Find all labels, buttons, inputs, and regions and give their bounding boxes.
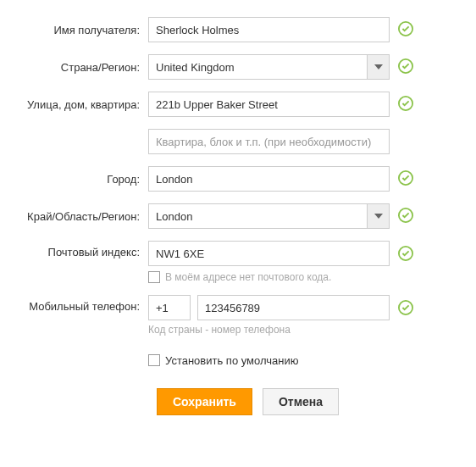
valid-icon: [398, 21, 413, 39]
button-row: Сохранить Отмена: [8, 388, 451, 415]
country-row: Страна/Регион:: [8, 54, 451, 80]
region-row: Край/Область/Регион:: [8, 203, 451, 229]
valid-icon: [398, 58, 413, 76]
phone-row: Мобильный телефон: Код страны - номер те…: [8, 295, 451, 336]
valid-icon: [398, 246, 413, 264]
region-select[interactable]: [148, 203, 390, 229]
recipient-row: Имя получателя:: [8, 17, 451, 42]
city-label: Город:: [8, 173, 148, 186]
valid-icon: [398, 300, 413, 318]
city-input[interactable]: [148, 166, 390, 192]
city-row: Город:: [8, 166, 451, 192]
phone-hint: Код страны - номер телефона: [148, 324, 390, 336]
recipient-label: Имя получателя:: [8, 24, 148, 36]
phone-number-input[interactable]: [197, 295, 390, 320]
valid-icon: [398, 170, 413, 188]
address-form: Имя получателя: Страна/Регион: Улица, до…: [8, 17, 451, 415]
phone-label: Мобильный телефон:: [8, 295, 148, 313]
recipient-input[interactable]: [148, 17, 390, 42]
region-label: Край/Область/Регион:: [8, 210, 148, 223]
apartment-input[interactable]: [148, 129, 390, 154]
street-row: Улица, дом, квартира:: [8, 92, 451, 117]
apartment-row: [8, 129, 451, 154]
postal-input[interactable]: [148, 241, 390, 266]
street-label: Улица, дом, квартира:: [8, 98, 148, 111]
country-label: Страна/Регион:: [8, 61, 148, 74]
set-default-label: Установить по умолчанию: [165, 354, 298, 367]
country-select[interactable]: [148, 54, 390, 80]
default-row: Установить по умолчанию: [8, 347, 451, 373]
set-default-checkbox[interactable]: [148, 354, 160, 366]
cancel-button[interactable]: Отмена: [263, 388, 339, 415]
no-postal-checkbox[interactable]: [148, 271, 160, 283]
street-input[interactable]: [148, 92, 390, 117]
valid-icon: [398, 208, 413, 225]
no-postal-label: В моём адресе нет почтового кода.: [165, 271, 331, 283]
valid-icon: [398, 96, 413, 114]
postal-label: Почтовый индекс:: [8, 241, 148, 259]
phone-code-input[interactable]: [148, 295, 191, 320]
postal-row: Почтовый индекс: В моём адресе нет почто…: [8, 241, 451, 283]
save-button[interactable]: Сохранить: [157, 388, 252, 415]
